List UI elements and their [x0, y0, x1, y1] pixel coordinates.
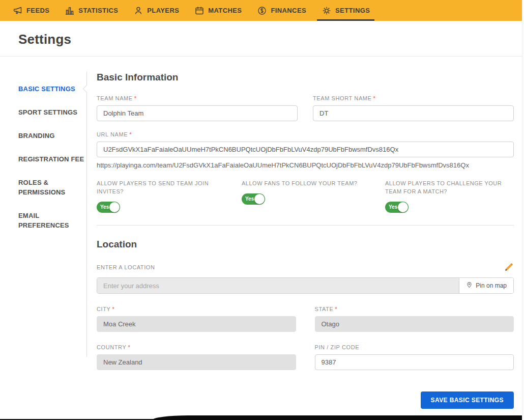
megaphone-icon: [13, 6, 23, 16]
sidebar-item-email-preferences[interactable]: EMAIL PREFERENCES: [18, 211, 86, 230]
toggle-challenge-label: ALLOW PLAYERS TO CHALLENGE YOUR TEAM FOR…: [385, 179, 514, 195]
top-navigation: FEEDS STATISTICS PLAYERS MATCHES FINANCE…: [0, 0, 524, 21]
section-divider: [97, 225, 514, 226]
pin-on-map-label: Pin on map: [476, 282, 507, 289]
toggle-fans-follow-switch[interactable]: Yes: [242, 193, 265, 205]
url-name-label: URL NAME*: [97, 131, 514, 137]
toggle-state-label: Yes: [100, 204, 109, 210]
sidebar-item-sport-settings[interactable]: SPORT SETTINGS: [18, 107, 86, 117]
coin-icon: [257, 6, 267, 16]
toggle-join-invites-switch[interactable]: Yes: [97, 202, 120, 213]
required-asterisk: *: [129, 131, 132, 137]
nav-settings[interactable]: SETTINGS: [314, 0, 377, 21]
required-asterisk: *: [128, 344, 130, 350]
player-icon: [133, 6, 143, 16]
country-label: COUNTRY*: [97, 344, 296, 350]
calendar-icon: [194, 6, 205, 16]
nav-finances[interactable]: FINANCES: [249, 0, 314, 21]
state-input[interactable]: [315, 316, 514, 332]
toggle-join-invites-label: ALLOW PLAYERS TO SEND TEAM JOIN INVITES?: [97, 179, 231, 195]
sidebar-item-registration-fee[interactable]: REGISTRATION FEE: [18, 154, 86, 164]
nav-feeds-label: FEEDS: [26, 7, 49, 14]
nav-feeds[interactable]: FEEDS: [5, 0, 57, 21]
toggle-knob: [109, 202, 120, 212]
enter-location-label: ENTER A LOCATION: [97, 264, 155, 270]
team-short-name-input[interactable]: [313, 105, 514, 121]
edit-location-button[interactable]: [504, 262, 514, 272]
nav-matches-label: MATCHES: [208, 7, 242, 14]
save-basic-settings-button[interactable]: SAVE BASIC SETTINGS: [421, 391, 514, 409]
city-input[interactable]: [97, 316, 296, 332]
gear-icon: [322, 6, 332, 16]
nav-settings-label: SETTINGS: [335, 7, 370, 14]
zip-input[interactable]: [315, 354, 514, 370]
nav-statistics-label: STATISTICS: [78, 7, 118, 14]
team-url-preview: https://playinga.com/team/U2FsdGVkX1aFaF…: [97, 161, 514, 169]
city-label: CITY*: [97, 306, 296, 312]
page-title: Settings: [18, 32, 524, 47]
required-asterisk: *: [112, 306, 114, 312]
required-asterisk: *: [134, 95, 137, 101]
pencil-icon: [504, 266, 514, 274]
sidebar-item-roles-permissions[interactable]: ROLES & PERMISSIONS: [18, 178, 86, 197]
pin-on-map-button[interactable]: Pin on map: [459, 278, 513, 293]
team-name-input[interactable]: [97, 105, 298, 121]
toggle-challenge-switch[interactable]: Yes: [385, 202, 409, 213]
bar-chart-icon: [65, 6, 75, 16]
toggle-knob: [398, 202, 408, 212]
required-asterisk: *: [373, 95, 376, 101]
settings-content: BASIC SETTINGS SPORT SETTINGS BRANDING R…: [0, 57, 524, 409]
address-input[interactable]: [97, 278, 459, 293]
nav-statistics[interactable]: STATISTICS: [57, 0, 126, 21]
nav-finances-label: FINANCES: [271, 7, 306, 14]
toggle-fans-follow-label: ALLOW FANS TO FOLLOW YOUR TEAM?: [242, 179, 375, 187]
team-short-name-label: TEAM SHORT NAME*: [313, 95, 514, 101]
nav-players-label: PLAYERS: [147, 7, 179, 14]
team-name-label: TEAM NAME*: [97, 95, 298, 101]
toggle-state-label: Yes: [389, 204, 397, 210]
url-name-input[interactable]: [97, 142, 514, 157]
location-heading: Location: [97, 239, 514, 250]
sidebar-item-branding[interactable]: BRANDING: [18, 131, 86, 141]
required-asterisk: *: [335, 306, 337, 312]
zip-label: PIN / ZIP CODE: [315, 344, 514, 350]
toggle-state-label: Yes: [245, 196, 254, 202]
basic-settings-panel: Basic Information TEAM NAME* TEAM SHORT …: [97, 72, 524, 409]
footer-curve: [153, 415, 524, 420]
scrollbar-track[interactable]: [522, 0, 524, 420]
map-pin-icon: [466, 282, 473, 290]
sidebar-divider: [86, 72, 87, 357]
country-input[interactable]: [97, 354, 296, 370]
state-label: STATE*: [315, 306, 514, 312]
basic-information-heading: Basic Information: [97, 72, 514, 83]
nav-players[interactable]: PLAYERS: [126, 0, 187, 21]
page-header: Settings: [0, 21, 524, 57]
settings-sidebar: BASIC SETTINGS SPORT SETTINGS BRANDING R…: [18, 84, 86, 409]
toggle-knob: [254, 194, 265, 204]
sidebar-item-basic-settings[interactable]: BASIC SETTINGS: [18, 84, 86, 94]
nav-matches[interactable]: MATCHES: [187, 0, 249, 21]
